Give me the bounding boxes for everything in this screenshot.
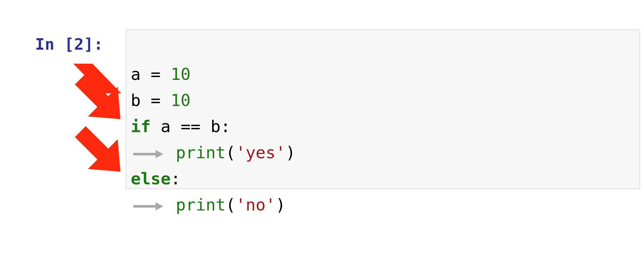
svg-rect-21 — [75, 74, 109, 108]
builtin-print: print — [176, 143, 226, 162]
indent-arrow-icon — [131, 139, 166, 166]
code-line-2: b = 10 — [131, 91, 191, 110]
input-prompt-label: In [2]: — [35, 36, 103, 52]
paren-open: ( — [226, 143, 236, 162]
svg-marker-3 — [156, 202, 163, 210]
svg-marker-10 — [91, 81, 131, 115]
code-input-cell[interactable]: a = 10 b = 10 if a == b: print('yes') el… — [126, 29, 640, 189]
indent-arrow-icon — [131, 192, 166, 218]
string-literal: 'yes' — [236, 143, 286, 162]
string-literal: 'no' — [236, 195, 275, 214]
svg-marker-6 — [90, 83, 128, 115]
screenshot-root: In [2]: a = 10 b = 10 if a == b: print('… — [0, 0, 644, 256]
code-content[interactable]: a = 10 b = 10 if a == b: print('yes') el… — [131, 35, 296, 218]
builtin-print: print — [176, 195, 226, 214]
code-text: a = — [131, 65, 171, 84]
colon: : — [171, 169, 180, 188]
svg-rect-23 — [75, 126, 109, 160]
paren-close: ) — [286, 143, 296, 162]
svg-marker-1 — [156, 150, 163, 158]
keyword-if: if — [131, 117, 151, 136]
code-line-5: else: — [131, 169, 181, 188]
number-literal: 10 — [171, 91, 191, 110]
annotation-arrow-icon — [67, 64, 134, 124]
code-line-1: a = 10 — [131, 65, 191, 84]
annotation-arrow-icon — [62, 62, 134, 126]
svg-marker-4 — [73, 64, 121, 93]
code-text: a == b: — [151, 117, 231, 136]
code-text: b = — [131, 91, 171, 110]
keyword-else: else — [131, 169, 171, 188]
code-line-3: if a == b: — [131, 117, 231, 136]
svg-marker-13 — [87, 80, 132, 111]
annotation-arrow-icon — [62, 115, 134, 178]
number-literal: 10 — [171, 65, 191, 84]
code-line-4: print('yes') — [131, 143, 296, 162]
paren-close: ) — [275, 195, 285, 214]
paren-open: ( — [226, 195, 236, 214]
code-line-6: print('no') — [131, 195, 286, 214]
